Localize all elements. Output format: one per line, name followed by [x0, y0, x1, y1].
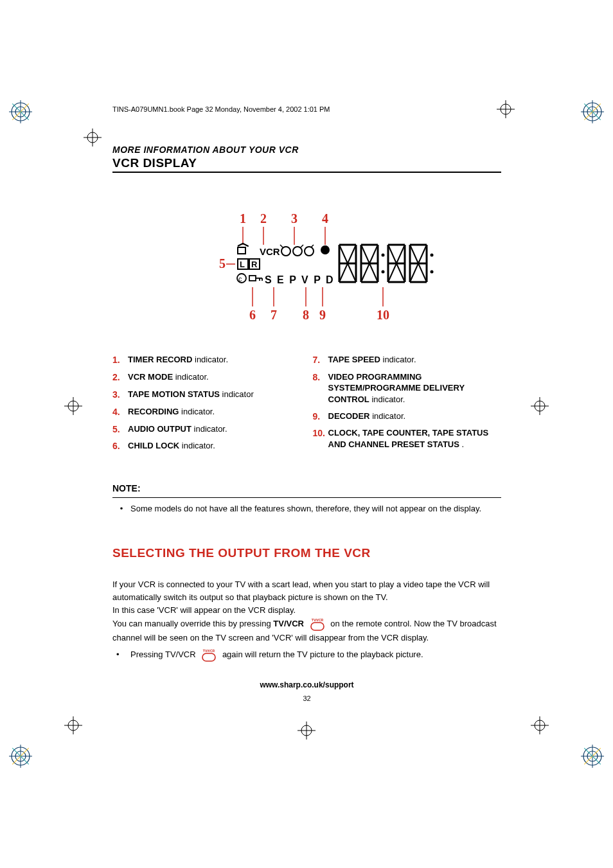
svg-text:S E P V P D: S E P V P D [265, 274, 335, 285]
registration-mark-icon [9, 745, 32, 768]
svg-line-52 [243, 244, 248, 246]
bullet-icon: • [112, 503, 130, 515]
note-heading: NOTE: [112, 483, 501, 493]
callout-7: 7 [271, 308, 277, 322]
registration-mark-icon [581, 745, 604, 768]
svg-point-70 [430, 270, 433, 274]
indicator-list: 1.TIMER RECORD indicator. 2.VCR MODE ind… [112, 354, 501, 457]
indicator-list-right: 7.TAPE SPEED indicator. 8.VIDEO PROGRAMM… [313, 354, 502, 457]
list-item: 8.VIDEO PROGRAMMING SYSTEM/PROGRAMME DEL… [313, 371, 502, 405]
paragraph: You can manually override this by pressi… [112, 617, 501, 644]
svg-text:TV/VCR: TV/VCR [311, 618, 323, 622]
vcr-display-diagram: 1 2 3 4 5 [112, 211, 501, 336]
bullet-icon: • [112, 648, 130, 662]
crosshair-icon [84, 128, 102, 146]
svg-rect-79 [202, 653, 215, 661]
callout-4: 4 [322, 211, 328, 226]
callout-5: 5 [219, 256, 226, 270]
section-heading-output: SELECTING THE OUTPUT FROM THE VCR [112, 546, 501, 560]
crosshair-icon [531, 397, 549, 415]
list-item: 4.RECORDING indicator. [112, 406, 301, 418]
crosshair-icon [497, 100, 515, 118]
bullet-line: • Pressing TV/VCR TV/VCR again will retu… [112, 648, 501, 662]
svg-text:TV/VCR: TV/VCR [203, 649, 215, 653]
content-area: MORE INFORMATION ABOUT YOUR VCR VCR DISP… [112, 145, 501, 662]
divider [112, 497, 501, 498]
svg-text:R: R [251, 260, 258, 269]
note-body: • Some models do not have all the featur… [112, 503, 501, 515]
list-item: 1.TIMER RECORD indicator. [112, 354, 301, 366]
list-item: 5.AUDIO OUTPUT indicator. [112, 423, 301, 436]
svg-line-51 [238, 244, 243, 246]
paragraph: In this case 'VCR' will appear on the VC… [112, 604, 501, 617]
callout-3: 3 [291, 211, 298, 226]
list-item: 6.CHILD LOCK indicator. [112, 440, 301, 452]
divider [112, 172, 501, 173]
svg-rect-77 [311, 623, 324, 630]
callout-8: 8 [303, 308, 309, 322]
list-item: 7.TAPE SPEED indicator. [313, 354, 502, 366]
section-title: VCR DISPLAY [112, 156, 501, 170]
callout-1: 1 [240, 211, 246, 226]
svg-text:VCR: VCR [260, 246, 280, 257]
list-item: 9.DECODER indicator. [313, 411, 502, 423]
crosshair-icon [64, 716, 82, 734]
svg-point-67 [381, 254, 384, 257]
tv-vcr-button-icon: TV/VCR [199, 648, 218, 662]
indicator-list-left: 1.TIMER RECORD indicator. 2.VCR MODE ind… [112, 354, 301, 457]
list-item: 3.TAPE MOTION STATUS indicator [112, 389, 301, 401]
callout-2: 2 [260, 211, 267, 226]
svg-text:c: c [238, 275, 242, 283]
callout-10: 10 [377, 308, 389, 322]
book-header: TINS-A079UMN1.book Page 32 Monday, Novem… [112, 105, 330, 113]
list-item: 10.CLOCK, TAPE COUNTER, TAPE STATUS AND … [313, 427, 502, 450]
svg-rect-61 [249, 276, 256, 281]
crosshair-icon [298, 722, 315, 740]
crosshair-icon [64, 397, 82, 415]
callout-9: 9 [319, 308, 326, 322]
crosshair-icon [531, 716, 549, 734]
svg-rect-50 [238, 247, 245, 254]
registration-mark-icon [581, 100, 604, 123]
footer-url: www.sharp.co.uk/support [112, 680, 501, 689]
callout-6: 6 [249, 308, 256, 322]
section-header: MORE INFORMATION ABOUT YOUR VCR [112, 145, 501, 155]
svg-point-68 [381, 270, 384, 274]
page: TINS-A079UMN1.book Page 32 Monday, Novem… [0, 0, 613, 868]
svg-point-69 [430, 254, 433, 257]
svg-text:L: L [240, 260, 245, 269]
list-item: 2.VCR MODE indicator. [112, 371, 301, 384]
tv-vcr-button-icon: TV/VCR [308, 617, 327, 632]
svg-point-54 [321, 246, 329, 254]
registration-mark-icon [9, 100, 32, 123]
page-footer: www.sharp.co.uk/support 32 [112, 680, 501, 702]
page-number: 32 [112, 695, 501, 702]
paragraph: If your VCR is connected to your TV with… [112, 578, 501, 604]
